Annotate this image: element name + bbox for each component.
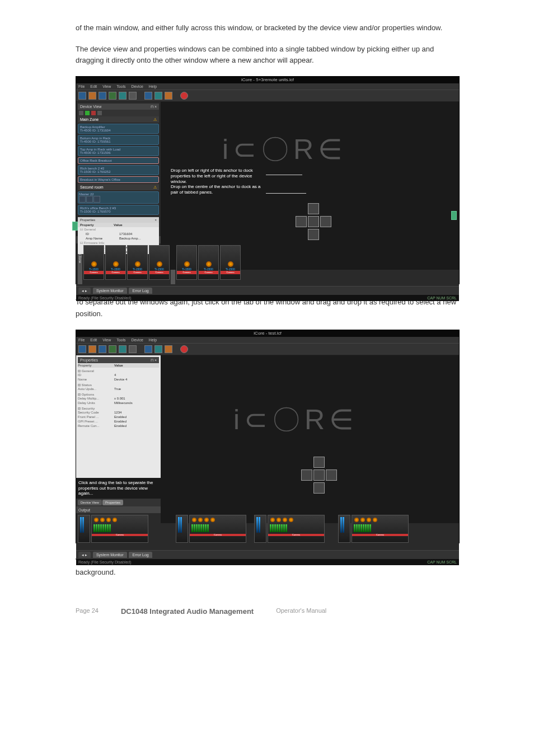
toolbar-button[interactable]: [165, 345, 172, 353]
toolbar-button[interactable]: [119, 345, 127, 353]
output-device[interactable]: [254, 515, 266, 543]
property-value[interactable]: Enabled: [114, 420, 159, 423]
toolbar-button[interactable]: [144, 345, 152, 353]
menu-view[interactable]: View: [102, 338, 111, 342]
menu-edit[interactable]: Edit: [90, 338, 97, 342]
dock-anchor[interactable]: [295, 203, 332, 241]
menu-file[interactable]: File: [78, 338, 85, 342]
property-value[interactable]: x 0.001: [114, 397, 159, 400]
toolbar-button[interactable]: [78, 92, 86, 100]
device-item[interactable]: Breakout in Wayne's Office: [78, 176, 159, 183]
toolbar-button[interactable]: [165, 92, 172, 100]
tab-properties[interactable]: Properties: [102, 500, 123, 505]
anchor-target[interactable]: [308, 203, 319, 214]
output-device[interactable]: Ti-1500Comms: [176, 245, 197, 280]
property-value[interactable]: Enabled: [114, 415, 159, 419]
output-device[interactable]: [176, 515, 188, 543]
anchor-target[interactable]: [313, 457, 325, 468]
device-item[interactable]: Top Amp in Rack with Load Ti-4500 ID: 17…: [78, 146, 159, 156]
menu-edit[interactable]: Edit: [90, 84, 97, 88]
panel-pin-icon[interactable]: ⊓ ×: [151, 358, 157, 362]
menu-device[interactable]: Device: [131, 338, 143, 342]
output-device[interactable]: Ti-1500Comms: [220, 245, 241, 280]
tab-arrow-icon[interactable]: ◂ ▸: [78, 552, 91, 558]
drag-handle-icon[interactable]: [72, 222, 78, 231]
toolbar-button[interactable]: [154, 345, 162, 353]
output-device[interactable]: Comms: [189, 515, 246, 543]
anchor-target[interactable]: [313, 469, 325, 481]
property-value[interactable]: Backup Amp...: [119, 237, 157, 240]
property-value[interactable]: Device 4: [114, 378, 159, 381]
toolbar-button[interactable]: [119, 92, 127, 100]
property-value[interactable]: True: [114, 387, 159, 391]
close-icon[interactable]: ×: [154, 218, 157, 222]
anchor-target[interactable]: [308, 229, 319, 240]
output-device[interactable]: Ti-1500Comms: [149, 245, 170, 280]
zone-label[interactable]: Second room: [80, 185, 104, 189]
toolbar-button[interactable]: [78, 345, 86, 353]
menu-bar[interactable]: File Edit View Tools Device Help: [76, 337, 459, 343]
device-item[interactable]: Backup Amplifier Ti-4500 ID: 1731604: [78, 124, 159, 134]
output-device[interactable]: Comms: [91, 515, 148, 543]
device-item[interactable]: Master 22: [78, 191, 159, 204]
mini-icon[interactable]: [93, 196, 100, 203]
add-icon[interactable]: [85, 111, 90, 115]
tab-error-log[interactable]: Error Log: [129, 552, 152, 558]
toolbar-record-button[interactable]: [180, 345, 188, 353]
toolbar-button[interactable]: [129, 345, 137, 353]
dock-handle-right[interactable]: [451, 211, 457, 220]
anchor-target[interactable]: [320, 216, 331, 227]
menu-bar[interactable]: File Edit View Tools Device Help: [76, 83, 459, 90]
output-device[interactable]: Comms: [268, 515, 325, 543]
menu-tools[interactable]: Tools: [116, 338, 125, 342]
property-value[interactable]: 1234: [114, 411, 159, 414]
remove-icon[interactable]: [91, 111, 96, 115]
toolbar-icon[interactable]: [79, 111, 83, 115]
device-item[interactable]: Office Rack Breakout: [78, 157, 159, 164]
tab-system-monitor[interactable]: System Monitor: [93, 552, 127, 558]
anchor-target[interactable]: [313, 482, 325, 494]
zone-label[interactable]: Main Zone: [80, 118, 99, 121]
toolbar-record-button[interactable]: [180, 92, 188, 100]
toolbar-button[interactable]: [109, 92, 116, 100]
output-device[interactable]: Ti-1500Comms: [198, 245, 219, 280]
tab-arrow-icon[interactable]: ◂ ▸: [78, 288, 91, 294]
device-item[interactable]: Rich bench 2 #2 Ti-1500 ID: 1769252: [78, 165, 159, 175]
output-device[interactable]: Comms: [352, 515, 409, 543]
tab-system-monitor[interactable]: System Monitor: [93, 288, 127, 294]
toolbar-button[interactable]: [109, 345, 116, 353]
anchor-target[interactable]: [301, 469, 312, 481]
menu-help[interactable]: Help: [149, 84, 157, 88]
menu-file[interactable]: File: [78, 84, 85, 88]
menu-view[interactable]: View: [102, 84, 111, 88]
toolbar-button[interactable]: [99, 92, 106, 100]
output-device[interactable]: [78, 515, 90, 543]
menu-device[interactable]: Device: [131, 84, 143, 88]
output-device[interactable]: Ti-1500Comms: [127, 245, 148, 280]
output-device[interactable]: Ti-1500Comms: [105, 245, 126, 280]
anchor-target[interactable]: [326, 469, 337, 481]
device-item[interactable]: Bottom Amp in Rack Ti-4500 ID: 1759561: [78, 135, 159, 145]
output-device[interactable]: Ti-1500Comms: [83, 245, 104, 280]
property-value[interactable]: Milliseconds: [114, 401, 159, 405]
device-item[interactable]: Rich's office Bench 2 #3 Ti-1500 ID: 176…: [78, 205, 159, 215]
edit-icon[interactable]: [97, 111, 102, 115]
menu-tools[interactable]: Tools: [116, 84, 125, 88]
tab-error-log[interactable]: Error Log: [129, 288, 152, 294]
toolbar-button[interactable]: [129, 92, 137, 100]
toolbar-button[interactable]: [88, 92, 96, 100]
toolbar-button[interactable]: [99, 345, 106, 353]
menu-help[interactable]: Help: [149, 338, 157, 342]
tab-device-view[interactable]: Device View: [78, 500, 102, 505]
panel-pin-icon[interactable]: ⊓ ×: [151, 105, 157, 109]
property-value[interactable]: Enabled: [114, 424, 159, 428]
anchor-target[interactable]: [296, 216, 307, 227]
toolbar-button[interactable]: [88, 345, 96, 353]
mini-icon[interactable]: [79, 196, 86, 203]
toolbar-button[interactable]: [144, 92, 152, 100]
output-device[interactable]: [338, 515, 350, 543]
mini-icon[interactable]: [86, 196, 93, 203]
anchor-target[interactable]: [308, 216, 319, 227]
toolbar-button[interactable]: [154, 92, 162, 100]
dock-anchor[interactable]: [301, 456, 338, 495]
